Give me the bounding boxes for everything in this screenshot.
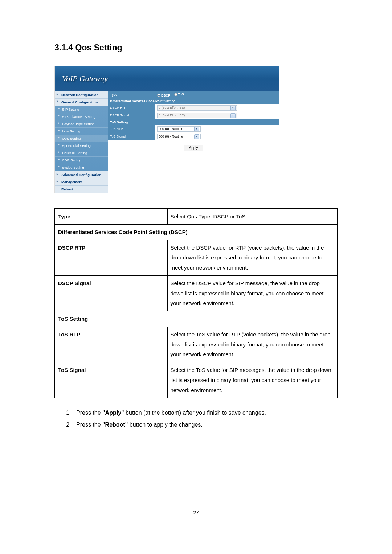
table-row: Type Select Qos Type: DSCP or ToS bbox=[55, 209, 337, 224]
chevron-down-icon: ▾ bbox=[194, 127, 199, 131]
content-pane: Type DSCP ToS Differentiated Services Co… bbox=[108, 91, 279, 193]
cell-label: Type bbox=[55, 209, 167, 224]
sidebar-item-syslog[interactable]: Syslog Setting bbox=[55, 164, 108, 171]
sidebar-item-cdr[interactable]: CDR Setting bbox=[55, 157, 108, 164]
chevron-down-icon: ▾ bbox=[194, 134, 199, 139]
sidebar-section-advanced[interactable]: Advanced Configuration bbox=[55, 171, 108, 178]
radio-tos-label: ToS bbox=[178, 93, 184, 96]
text: Press the bbox=[76, 422, 102, 428]
tos-signal-select[interactable]: 000 (0) - Routine ▾ bbox=[157, 134, 201, 139]
cell-desc: Select the ToS value for RTP (voice pack… bbox=[167, 327, 337, 362]
cell-label: ToS Signal bbox=[55, 362, 167, 398]
sidebar-item-speeddial[interactable]: Speed Dial Setting bbox=[55, 142, 108, 149]
chevron-down-icon: ▾ bbox=[230, 106, 236, 110]
app-body: Network Configuration General Configurat… bbox=[55, 91, 279, 193]
cell-label: ToS RTP bbox=[55, 327, 167, 362]
bold-text: "Apply" bbox=[102, 410, 124, 416]
instruction-2: Press the "Reboot" button to apply the c… bbox=[73, 420, 338, 430]
radio-dot-icon bbox=[174, 93, 177, 96]
dscp-rtp-select[interactable]: 0 (Best Effort, BE) ▾ bbox=[157, 105, 237, 111]
sidebar-item-sip-adv[interactable]: SIP Advanced Setting bbox=[55, 113, 108, 120]
tos-rtp-select[interactable]: 000 (0) - Routine ▾ bbox=[157, 126, 201, 132]
dscp-rtp-value: 0 (Best Effort, BE) bbox=[159, 106, 185, 110]
sidebar-item-sip[interactable]: SIP Setting bbox=[55, 106, 108, 113]
radio-dscp-label: DSCP bbox=[161, 94, 170, 97]
app-window: VoIP Gateway Network Configuration Gener… bbox=[54, 66, 279, 193]
row-type-label: Type bbox=[108, 91, 155, 98]
table-row: DSCP RTP Select the DSCP value for RTP (… bbox=[55, 240, 337, 275]
sidebar-section-general[interactable]: General Configuration bbox=[55, 99, 108, 106]
sidebar-item-qos[interactable]: QoS Setting bbox=[55, 135, 108, 142]
radio-tos[interactable]: ToS bbox=[174, 93, 184, 96]
cell-desc: Select the ToS value for SIP messages, t… bbox=[167, 362, 337, 398]
app-brand: VoIP Gateway bbox=[62, 74, 108, 83]
bold-text: "Reboot" bbox=[102, 422, 128, 428]
cell-desc: Select the DSCP value for SIP message, t… bbox=[167, 275, 337, 311]
table-row: ToS Signal Select the ToS value for SIP … bbox=[55, 362, 337, 398]
dscp-signal-select[interactable]: 0 (Best Effort, BE) ▾ bbox=[157, 113, 237, 118]
row-tos-signal-field: 000 (0) - Routine ▾ bbox=[155, 133, 279, 140]
cell-section: Differentiated Services Code Point Setti… bbox=[55, 224, 337, 240]
page-number: 27 bbox=[0, 510, 392, 516]
row-tos-signal-label: ToS Signal bbox=[108, 133, 155, 140]
tos-signal-value: 000 (0) - Routine bbox=[159, 135, 183, 138]
cell-label: DSCP RTP bbox=[55, 240, 167, 275]
app-header: VoIP Gateway bbox=[55, 66, 279, 91]
text: button (at the bottom) after you finish … bbox=[124, 410, 266, 416]
text: button to apply the changes. bbox=[128, 422, 202, 428]
apply-button[interactable]: Apply bbox=[184, 145, 203, 151]
dscp-signal-value: 0 (Best Effort, BE) bbox=[159, 114, 185, 117]
row-dscp-rtp-field: 0 (Best Effort, BE) ▾ bbox=[155, 104, 279, 112]
sidebar-item-callerid[interactable]: Caller ID Setting bbox=[55, 149, 108, 157]
cell-desc: Select Qos Type: DSCP or ToS bbox=[167, 209, 337, 224]
row-dscp-rtp-label: DSCP RTP bbox=[108, 104, 155, 112]
row-tos-rtp-field: 000 (0) - Routine ▾ bbox=[155, 125, 279, 133]
tos-rtp-value: 000 (0) - Routine bbox=[159, 127, 183, 131]
row-dscp-signal-field: 0 (Best Effort, BE) ▾ bbox=[155, 112, 279, 119]
table-row: ToS RTP Select the ToS value for RTP (vo… bbox=[55, 327, 337, 362]
table-row: Differentiated Services Code Point Setti… bbox=[55, 224, 337, 240]
row-dscp-signal-label: DSCP Signal bbox=[108, 112, 155, 119]
section-tos-title: ToS Setting bbox=[108, 119, 279, 125]
text: Press the bbox=[76, 410, 102, 416]
row-tos-rtp-label: ToS RTP bbox=[108, 125, 155, 133]
qos-form-table: Type DSCP ToS Differentiated Services Co… bbox=[108, 91, 279, 140]
apply-row: Apply bbox=[108, 140, 279, 155]
radio-dot-icon bbox=[157, 94, 160, 97]
sidebar-section-network[interactable]: Network Configuration bbox=[55, 91, 108, 99]
instructions-list: Press the "Apply" button (at the bottom)… bbox=[73, 408, 338, 430]
chevron-down-icon: ▾ bbox=[230, 113, 236, 118]
cell-label: DSCP Signal bbox=[55, 275, 167, 311]
doc-table: Type Select Qos Type: DSCP or ToS Differ… bbox=[54, 208, 338, 398]
row-type-value: DSCP ToS bbox=[155, 91, 279, 98]
radio-dscp[interactable]: DSCP bbox=[157, 94, 170, 97]
sidebar-item-line[interactable]: Line Setting bbox=[55, 128, 108, 135]
table-row: DSCP Signal Select the DSCP value for SI… bbox=[55, 275, 337, 311]
sidebar: Network Configuration General Configurat… bbox=[55, 91, 108, 193]
section-dscp-title: Differentiated Services Code Point Setti… bbox=[108, 98, 279, 104]
sidebar-section-management[interactable]: Management bbox=[55, 178, 108, 186]
cell-desc: Select the DSCP value for RTP (voice pac… bbox=[167, 240, 337, 275]
sidebar-item-payload[interactable]: Payload Type Setting bbox=[55, 120, 108, 128]
table-row: ToS Setting bbox=[55, 311, 337, 327]
cell-section: ToS Setting bbox=[55, 311, 337, 327]
instruction-1: Press the "Apply" button (at the bottom)… bbox=[73, 408, 338, 418]
section-heading: 3.1.4 Qos Setting bbox=[54, 43, 338, 53]
sidebar-item-reboot[interactable]: Reboot bbox=[55, 186, 108, 193]
